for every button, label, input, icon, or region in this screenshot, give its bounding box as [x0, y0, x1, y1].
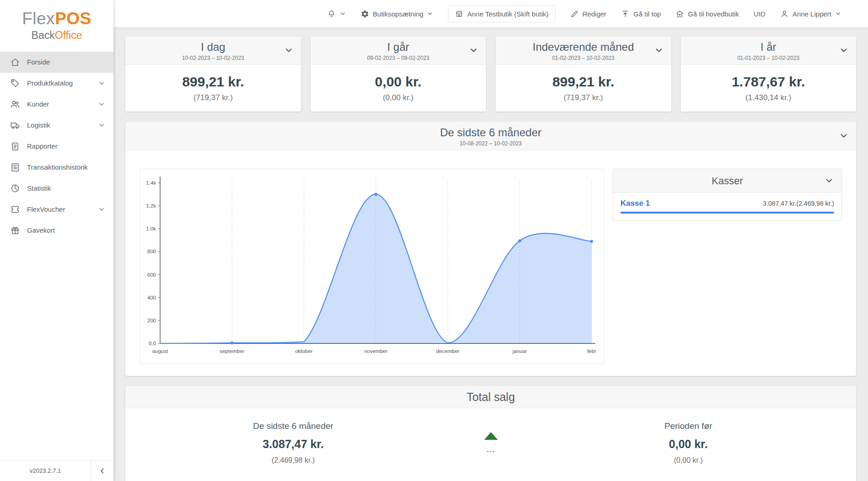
stat-card-period: 01-02-2023 – 10-02-2023 — [516, 55, 651, 61]
kasser-collapse-button[interactable] — [824, 176, 834, 186]
kasser-panel: Kasser Kasse 1 3.087,47 kr.(2.469,98 kr.… — [613, 169, 842, 221]
chevron-down-icon — [839, 45, 849, 55]
gift-icon — [10, 225, 20, 235]
panel-collapse-button[interactable] — [839, 131, 849, 141]
trend-up-icon — [484, 432, 498, 440]
stat-card-header: I dag 10-02-2023 – 10-02-2023 — [125, 37, 301, 65]
chevron-down-icon — [340, 11, 346, 17]
svg-text:febr: febr — [587, 348, 596, 354]
kasse-progress — [620, 212, 834, 214]
gear-icon — [361, 10, 369, 18]
sales-panel-title: De sidste 6 måneder — [146, 126, 836, 139]
total-trend: --- — [461, 421, 521, 455]
total-salg-panel: Total salg De sidste 6 måneder 3.087,47 … — [125, 386, 856, 481]
sidebar-item-logistik[interactable]: Logistik — [0, 115, 113, 136]
total-salg-title: Total salg — [146, 390, 836, 404]
total-left-label: De sidste 6 måneder — [125, 421, 461, 431]
stat-card-period: 10-02-2023 – 10-02-2023 — [146, 55, 281, 61]
stat-card-value: 899,21 kr. — [125, 74, 301, 90]
sidebar-item-gavekort[interactable]: Gavekort — [0, 220, 113, 241]
sidebar-item-rapporter[interactable]: Rapporter — [0, 136, 113, 157]
svg-text:januar: januar — [512, 348, 527, 354]
card-collapse-button[interactable] — [469, 45, 479, 55]
total-left-column: De sidste 6 måneder 3.087,47 kr. (2.469,… — [125, 421, 461, 465]
ga-til-hovedbutik-label: Gå til hovedbutik — [688, 10, 739, 18]
uid-button[interactable]: UID — [754, 10, 766, 18]
svg-text:december: december — [436, 348, 459, 354]
svg-text:600: 600 — [147, 272, 156, 277]
logo-flexpos: FlexPOS — [0, 10, 113, 28]
ga-til-top-button[interactable]: Gå til top — [621, 10, 661, 18]
sidebar-item-label: FlexVoucher — [27, 205, 65, 213]
sidebar-item-label: Gavekort — [27, 226, 55, 234]
butiksopsaetning-menu[interactable]: Butiksopsætning — [361, 10, 434, 18]
sidebar-item-statistik[interactable]: Statistik — [0, 178, 113, 199]
notifications-button[interactable] — [327, 10, 346, 18]
sidebar-collapse-button[interactable] — [91, 460, 113, 481]
user-menu[interactable]: Anne Lippert — [780, 10, 841, 18]
svg-text:1.0k: 1.0k — [146, 226, 156, 231]
kasser-header: Kasser — [613, 169, 841, 193]
sidebar-menu: Forside Produktkatalog Kunder Logistik R… — [0, 48, 113, 460]
kasser-body: Kasse 1 3.087,47 kr.(2.469,98 kr.) — [613, 193, 841, 220]
kasse-row[interactable]: Kasse 1 3.087,47 kr.(2.469,98 kr.) — [620, 199, 834, 214]
card-collapse-button[interactable] — [654, 45, 664, 55]
statistics-icon — [10, 183, 20, 193]
total-right-subvalue: (0,00 kr.) — [521, 456, 857, 465]
bell-icon — [327, 10, 336, 18]
kasse-value: 3.087,47 kr.(2.469,98 kr.) — [763, 200, 834, 207]
total-salg-header: Total salg — [125, 386, 856, 408]
ga-til-hovedbutik-button[interactable]: Gå til hovedbutik — [675, 10, 739, 18]
total-left-subvalue: (2.469,98 kr.) — [125, 456, 461, 465]
kasse-name-link[interactable]: Kasse 1 — [620, 199, 650, 208]
sidebar-item-label: Statistik — [27, 184, 51, 192]
app-version: v2023.2.7.1 — [0, 460, 91, 481]
stat-card-header: I går 09-02-2023 – 09-02-2023 — [311, 37, 486, 65]
stat-card-body: 899,21 kr. (719,37 kr.) — [125, 65, 301, 112]
stat-card-i-aar: I år 01-01-2023 – 10-02-2023 1.787,67 kr… — [681, 37, 857, 112]
rediger-button[interactable]: Rediger — [570, 10, 607, 18]
sidebar-item-label: Produktkatalog — [27, 79, 73, 87]
logo-back-text: Back — [32, 29, 55, 41]
main-store-icon — [675, 10, 684, 18]
svg-text:november: november — [364, 348, 388, 354]
total-salg-body: De sidste 6 måneder 3.087,47 kr. (2.469,… — [125, 408, 856, 481]
users-icon — [10, 99, 20, 109]
stat-card-body: 899,21 kr. (719,37 kr.) — [496, 65, 671, 112]
total-right-column: Perioden før 0,00 kr. (0,00 kr.) — [521, 421, 857, 465]
chevron-down-icon — [98, 122, 105, 129]
card-collapse-button[interactable] — [284, 45, 294, 55]
card-collapse-button[interactable] — [839, 45, 849, 55]
svg-text:oktober: oktober — [295, 348, 313, 354]
sales-panel-body: augustseptemberoktobernovemberdecemberja… — [125, 150, 856, 376]
sales-chart-container: augustseptemberoktobernovemberdecemberja… — [140, 169, 604, 364]
stat-card-subvalue: (719,37 kr.) — [496, 93, 671, 102]
sales-chart-panel: De sidste 6 måneder 10-08-2022 – 10-02-2… — [125, 122, 856, 376]
truck-icon — [10, 120, 20, 130]
stat-cards-row: I dag 10-02-2023 – 10-02-2023 899,21 kr.… — [125, 37, 856, 112]
sales-panel-header: De sidste 6 måneder 10-08-2022 – 10-02-2… — [125, 122, 856, 150]
chevron-down-icon — [654, 45, 664, 55]
chevron-down-icon — [284, 45, 294, 55]
sidebar-item-kunder[interactable]: Kunder — [0, 94, 113, 115]
sidebar-item-transaktionshistorik[interactable]: Transaktionshistorik — [0, 157, 113, 178]
voucher-icon — [10, 204, 20, 214]
uid-label: UID — [754, 10, 766, 18]
sidebar-item-produktkatalog[interactable]: Produktkatalog — [0, 73, 113, 94]
sidebar-item-forside[interactable]: Forside — [0, 52, 113, 73]
chevron-down-icon — [98, 80, 105, 87]
stat-card-period: 01-01-2023 – 10-02-2023 — [701, 55, 836, 61]
sidebar-item-label: Rapporter — [27, 142, 58, 150]
sidebar: FlexPOS BackOffice Forside Produktkatalo… — [0, 0, 113, 481]
stat-card-value: 1.787,67 kr. — [681, 74, 857, 90]
stat-card-body: 1.787,67 kr. (1.430,14 kr.) — [681, 65, 857, 112]
chevron-left-icon — [98, 467, 107, 475]
butiksopsaetning-label: Butiksopsætning — [373, 10, 424, 18]
person-icon — [780, 10, 789, 18]
chevron-down-icon — [469, 45, 479, 55]
rediger-label: Rediger — [582, 10, 607, 18]
svg-text:200: 200 — [147, 318, 156, 323]
home-icon — [10, 57, 20, 67]
sidebar-item-flexvoucher[interactable]: FlexVoucher — [0, 199, 113, 220]
current-store-button[interactable]: Anne Testbutik (Skift butik) — [448, 5, 555, 22]
